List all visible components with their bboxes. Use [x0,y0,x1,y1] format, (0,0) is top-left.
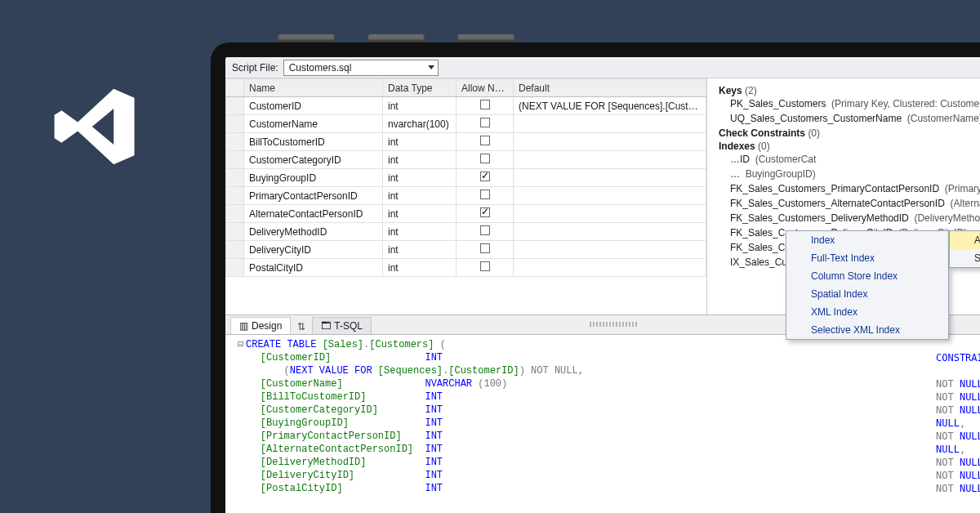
checkbox-icon[interactable] [480,243,490,253]
row-header[interactable] [226,259,244,277]
splitter-grip[interactable] [590,322,639,327]
checkbox-icon[interactable] [480,100,490,109]
cell-type[interactable]: int [383,151,457,169]
checkbox-icon[interactable] [480,225,490,235]
cell-default[interactable] [514,133,706,151]
cell-allow-nulls[interactable] [457,241,514,259]
menu-item[interactable]: Selective XML Index [786,321,948,339]
row-header[interactable] [226,205,244,223]
cell-type[interactable]: int [383,133,457,151]
cell-allow-nulls[interactable] [457,205,514,223]
checkbox-icon[interactable] [480,136,490,145]
cell-type[interactable]: int [383,241,457,259]
menu-item[interactable]: Spatial Index [786,285,948,303]
row-header[interactable] [226,97,244,115]
row-header[interactable] [226,223,244,241]
cell-name[interactable]: AlternateContactPersonID [244,205,383,223]
cell-default[interactable] [514,241,706,259]
row-header[interactable] [226,115,244,133]
fk-item[interactable]: FK_Sales_Customers_AlternateContactPerso… [719,196,980,211]
ssdt-table-designer-window: Script File: Customers.sql Name Data Typ… [225,57,980,513]
checkbox-icon[interactable] [480,172,490,181]
fk-item[interactable]: FK_Sales_Customers_DeliveryMethodID (Del… [719,211,980,225]
fk-item[interactable]: … BuyingGroupID) [719,167,980,181]
cell-name[interactable]: BuyingGroupID [244,169,383,187]
menu-item[interactable]: Add New [950,231,980,249]
fk-item[interactable]: …ID (CustomerCat [719,152,980,167]
cell-default[interactable] [514,151,706,169]
cell-allow-nulls[interactable] [457,97,514,115]
checkbox-icon[interactable] [480,261,490,271]
cell-allow-nulls[interactable] [457,151,514,169]
grid-header-nulls[interactable]: Allow Nulls [457,79,514,97]
tsql-tab[interactable]: 🗔 T-SQL [312,317,372,334]
cell-type[interactable]: int [383,169,457,187]
cell-type[interactable]: int [383,205,457,223]
table-row[interactable]: PostalCityIDint [226,259,706,277]
cell-name[interactable]: CustomerName [244,115,383,133]
cell-type[interactable]: int [383,223,457,241]
index-type-context-menu[interactable]: IndexFull-Text IndexColumn Store IndexSp… [786,230,949,340]
script-file-combo[interactable]: Customers.sql [283,60,439,76]
menu-item[interactable]: Index [786,231,948,249]
grid-header-default[interactable]: Default [514,79,706,97]
fk-item[interactable]: FK_Sales_Customers_PrimaryContactPersonI… [719,181,980,196]
menu-item[interactable]: Column Store Index [786,267,948,285]
cell-type[interactable]: int [383,187,457,205]
table-row[interactable]: DeliveryCityIDint [226,241,706,259]
cell-type[interactable]: int [383,97,457,115]
key-item[interactable]: UQ_Sales_Customers_CustomerName (Custome… [719,111,980,126]
table-row[interactable]: BuyingGroupIDint [226,169,706,187]
columns-grid[interactable]: Name Data Type Allow Nulls Default Custo… [225,78,707,314]
table-row[interactable]: CustomerNamenvarchar(100) [226,115,706,133]
design-tab[interactable]: ▥ Design [230,317,291,334]
cell-default[interactable] [514,115,706,133]
row-header[interactable] [226,169,244,187]
checkbox-icon[interactable] [480,190,490,199]
cell-allow-nulls[interactable] [457,223,514,241]
cell-default[interactable]: (NEXT VALUE FOR [Sequences].[CustomerID]… [514,97,706,115]
checkbox-icon[interactable] [480,154,490,163]
cell-default[interactable] [514,169,706,187]
swap-panes-icon[interactable]: ⇅ [292,319,310,334]
cell-type[interactable]: int [383,259,457,277]
cell-allow-nulls[interactable] [457,133,514,151]
grid-header-type[interactable]: Data Type [383,79,457,97]
key-item[interactable]: PK_Sales_Customers (Primary Key, Cluster… [719,96,980,111]
row-header[interactable] [226,187,244,205]
tsql-code-pane[interactable]: ⊟CREATE TABLE [Sales].[Customers] ( [Cus… [225,335,980,513]
cell-allow-nulls[interactable] [457,259,514,277]
cell-name[interactable]: BillToCustomerID [244,133,383,151]
table-row[interactable]: PrimaryContactPersonIDint [226,187,706,205]
cell-name[interactable]: DeliveryMethodID [244,223,383,241]
cell-name[interactable]: CustomerID [244,97,383,115]
row-header[interactable] [226,151,244,169]
cell-type[interactable]: nvarchar(100) [383,115,457,133]
row-header[interactable] [226,241,244,259]
table-row[interactable]: CustomerCategoryIDint [226,151,706,169]
table-row[interactable]: BillToCustomerIDint [226,133,706,151]
cell-default[interactable] [514,205,706,223]
table-row[interactable]: AlternateContactPersonIDint [226,205,706,223]
keys-header: Keys [719,85,742,96]
row-header[interactable] [226,133,244,151]
checkbox-icon[interactable] [480,207,490,217]
cell-allow-nulls[interactable] [457,187,514,205]
cell-name[interactable]: CustomerCategoryID [244,151,383,169]
checkbox-icon[interactable] [480,118,490,127]
table-row[interactable]: DeliveryMethodIDint [226,223,706,241]
cell-default[interactable] [514,223,706,241]
cell-default[interactable] [514,187,706,205]
table-row[interactable]: CustomerIDint(NEXT VALUE FOR [Sequences]… [226,97,706,115]
menu-item[interactable]: Switch to T-SQL Pane [950,249,980,267]
cell-name[interactable]: PostalCityID [244,259,383,277]
cell-name[interactable]: DeliveryCityID [244,241,383,259]
cell-allow-nulls[interactable] [457,169,514,187]
add-new-submenu[interactable]: Add NewSwitch to T-SQL Pane [949,230,980,268]
menu-item[interactable]: XML Index [786,303,948,321]
cell-allow-nulls[interactable] [457,115,514,133]
grid-header-name[interactable]: Name [244,79,383,97]
menu-item[interactable]: Full-Text Index [786,249,948,267]
cell-name[interactable]: PrimaryContactPersonID [244,187,383,205]
cell-default[interactable] [514,259,706,277]
